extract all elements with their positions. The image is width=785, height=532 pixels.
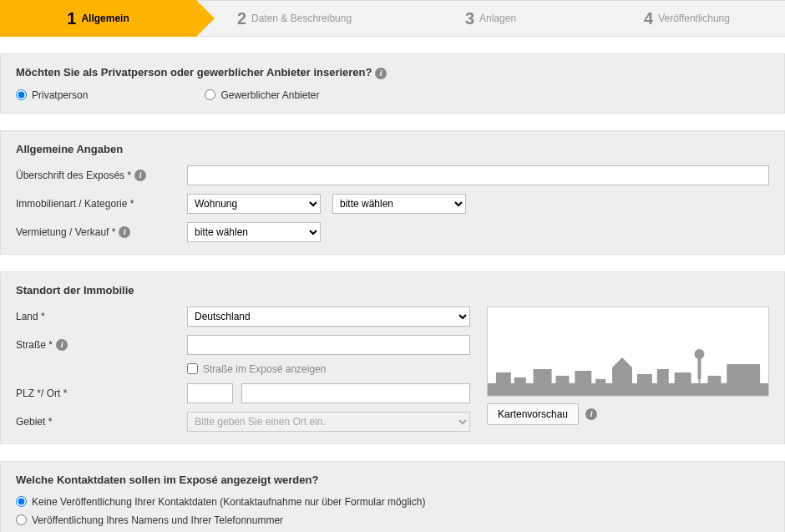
rent-label: Vermietung / Verkauf * i bbox=[16, 226, 187, 238]
svg-marker-8 bbox=[612, 357, 632, 367]
svg-rect-1 bbox=[496, 372, 511, 388]
plz-input[interactable] bbox=[187, 383, 233, 403]
street-label: Straße * i bbox=[16, 339, 187, 351]
provider-question: Möchten Sie als Privatperson oder gewerb… bbox=[16, 66, 769, 79]
street-show-checkbox[interactable]: Straße im Exposé anzeigen bbox=[187, 363, 470, 375]
svg-rect-13 bbox=[698, 357, 701, 379]
svg-rect-3 bbox=[534, 368, 552, 388]
country-label: Land * bbox=[16, 311, 187, 322]
radio-gewerblich[interactable]: Gewerblicher Anbieter bbox=[205, 89, 319, 101]
svg-rect-15 bbox=[707, 375, 721, 388]
svg-rect-5 bbox=[575, 370, 591, 388]
svg-rect-6 bbox=[595, 378, 605, 388]
step-1[interactable]: 1Allgemein bbox=[0, 0, 196, 37]
expose-label: Überschrift des Exposés * i bbox=[16, 170, 187, 181]
wizard-steps: 1Allgemein 2Daten & Beschreibung 3Anlage… bbox=[0, 0, 785, 37]
svg-rect-2 bbox=[514, 377, 526, 388]
svg-rect-17 bbox=[730, 370, 733, 382]
svg-rect-19 bbox=[743, 370, 747, 382]
info-icon[interactable]: i bbox=[134, 170, 146, 181]
radio-privatperson[interactable]: Privatperson bbox=[16, 89, 88, 101]
radio-contact-none[interactable]: Keine Veröffentlichung Ihrer Kontaktdate… bbox=[16, 496, 769, 508]
svg-rect-4 bbox=[556, 375, 570, 388]
location-panel: Standort der Immobilie Land * Deutschlan… bbox=[0, 271, 785, 444]
category-select-1[interactable]: Wohnung bbox=[187, 194, 321, 214]
location-title: Standort der Immobilie bbox=[16, 284, 769, 296]
rent-select[interactable]: bitte wählen bbox=[187, 222, 321, 242]
skyline-icon bbox=[488, 337, 768, 396]
radio-contact-name-phone[interactable]: Veröffentlichung Ihres Namens und Ihrer … bbox=[16, 514, 769, 526]
street-input[interactable] bbox=[187, 335, 470, 355]
step-3[interactable]: 3Anlagen bbox=[392, 0, 589, 37]
svg-rect-14 bbox=[675, 372, 691, 388]
category-select-2[interactable]: bitte wählen bbox=[332, 194, 466, 214]
plz-label: PLZ */ Ort * bbox=[16, 388, 187, 399]
info-icon[interactable]: i bbox=[56, 339, 68, 351]
country-select[interactable]: Deutschland bbox=[187, 307, 470, 327]
contact-title: Welche Kontaktdaten sollen im Exposé ang… bbox=[16, 474, 769, 486]
area-label: Gebiet * bbox=[16, 416, 187, 428]
category-label: Immobilienart / Kategorie * bbox=[16, 198, 187, 210]
provider-panel: Möchten Sie als Privatperson oder gewerb… bbox=[0, 53, 785, 114]
svg-rect-9 bbox=[637, 373, 652, 388]
map-placeholder bbox=[487, 307, 769, 397]
ort-input[interactable] bbox=[241, 383, 470, 403]
info-icon[interactable]: i bbox=[119, 226, 130, 238]
step-2[interactable]: 2Daten & Beschreibung bbox=[196, 0, 392, 37]
svg-rect-10 bbox=[657, 368, 669, 388]
expose-input[interactable] bbox=[187, 165, 769, 185]
step-4[interactable]: 4Veröffentlichung bbox=[589, 0, 785, 37]
info-icon[interactable]: i bbox=[375, 68, 387, 79]
general-title: Allgemeine Angaben bbox=[16, 143, 769, 155]
area-select: Bitte geben Sie einen Ort ein. bbox=[187, 412, 470, 432]
general-panel: Allgemeine Angaben Überschrift des Expos… bbox=[0, 130, 785, 255]
svg-rect-20 bbox=[750, 370, 753, 382]
map-preview-button[interactable]: Kartenvorschau bbox=[487, 403, 579, 425]
info-icon[interactable]: i bbox=[585, 408, 597, 420]
contact-panel: Welche Kontaktdaten sollen im Exposé ang… bbox=[0, 461, 785, 533]
svg-rect-7 bbox=[612, 367, 632, 388]
svg-rect-18 bbox=[737, 370, 740, 382]
map-column: Kartenvorschau i bbox=[487, 307, 769, 432]
